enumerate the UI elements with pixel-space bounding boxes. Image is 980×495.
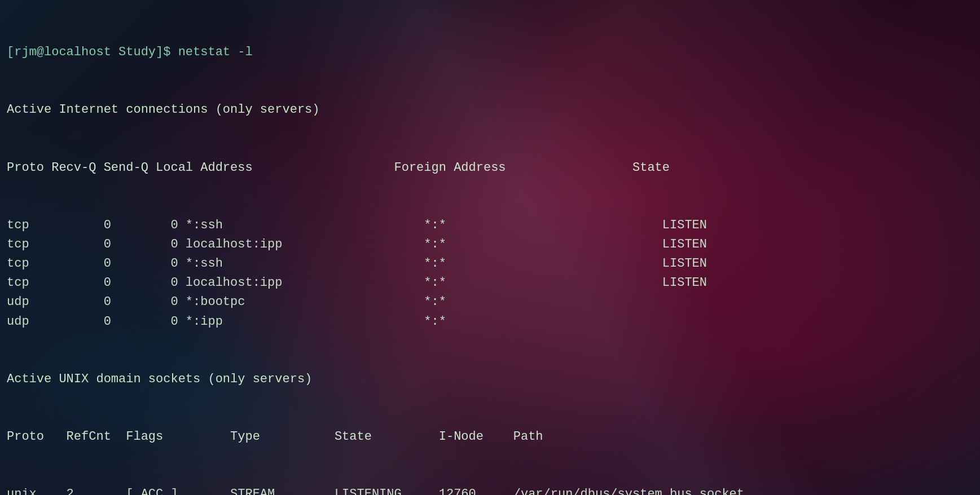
inet-cols: Proto Recv-Q Send-Q Local Address Foreig… [7,158,973,178]
table-row: tcp 0 0 localhost:ipp *:* LISTEN [7,235,973,254]
table-row: tcp 0 0 *:ssh *:* LISTEN [7,254,973,273]
unix-header: Active UNIX domain sockets (only servers… [7,370,973,389]
unix-cols: Proto RefCnt Flags Type State I-Node Pat… [7,427,973,447]
inet-header: Active Internet connections (only server… [7,100,973,120]
table-row: tcp 0 0 localhost:ipp *:* LISTEN [7,273,973,293]
inet-rows: tcp 0 0 *:ssh *:* LISTENtcp 0 0 localhos… [7,216,973,332]
table-row: unix 2 [ ACC ] STREAM LISTENING 12760 /v… [7,485,973,495]
terminal-output: [rjm@localhost Study]$ netstat -l Active… [0,0,980,495]
table-row: udp 0 0 *:bootpc *:* [7,293,973,312]
unix-rows: unix 2 [ ACC ] STREAM LISTENING 12760 /v… [7,485,973,495]
table-row: tcp 0 0 *:ssh *:* LISTEN [7,216,973,235]
table-row: udp 0 0 *:ipp *:* [7,312,973,332]
prompt-line: [rjm@localhost Study]$ netstat -l [7,43,973,62]
